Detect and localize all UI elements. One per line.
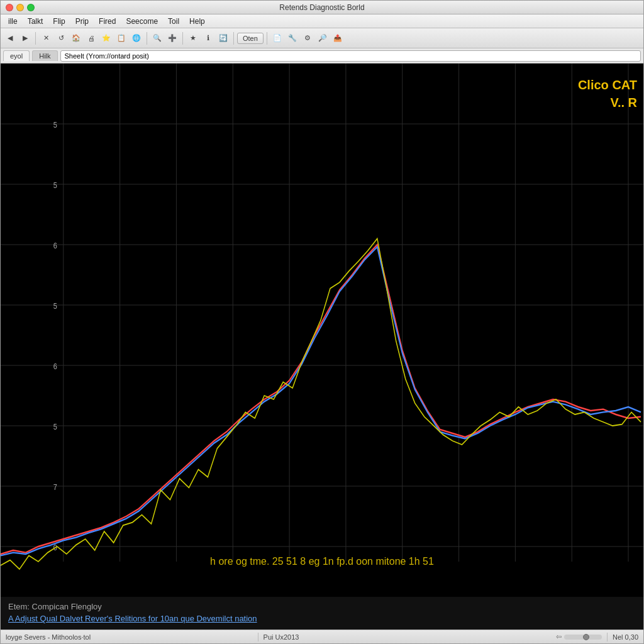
svg-text:6: 6 [53,362,57,371]
svg-text:5: 5 [53,180,57,190]
traffic-lights [6,4,35,11]
chart-label-line2: V.. R [578,94,637,111]
title-bar: Retends Diagnostic Borld [1,1,643,14]
svg-text:5: 5 [53,422,57,431]
address-tab-2[interactable]: Hilk [32,50,57,61]
chart-svg: 5 5 6 5 6 5 7 0 [1,64,643,630]
toolbar-separator-1 [35,32,36,45]
main-window: Retends Diagnostic Borld ille Talkt Flip… [0,0,644,644]
menu-toil[interactable]: Toil [163,16,184,27]
toolbar-btn-print[interactable]: 🖨 [84,31,98,45]
chart-label-line1: Clico CAT [578,76,637,94]
open-button[interactable]: Oten [237,33,264,44]
menu-ille[interactable]: ille [3,16,23,27]
chart-info-line1: Etem: Compican Flengloy [8,602,636,611]
toolbar-btn-star[interactable]: ★ [186,31,200,45]
toolbar-btn-network[interactable]: 🌐 [130,31,143,45]
chart-label-top-right: Clico CAT V.. R [578,76,637,111]
svg-text:6: 6 [53,241,57,250]
toolbar-btn-zoom-out[interactable]: 🔍 [150,31,164,45]
close-button[interactable] [6,4,13,11]
svg-text:7: 7 [53,482,57,492]
toolbar-btn-home[interactable]: 🏠 [69,31,83,45]
status-zoom-label: Nel 0,30 [613,633,638,641]
address-tab-1[interactable]: eyol [3,50,30,61]
chart-x-label: h ore og tme. 25 51 8 eg 1n fp.d oon mit… [1,553,643,570]
toolbar-btn-settings[interactable]: ⚙ [301,31,314,45]
toolbar-separator-3 [182,32,183,45]
chart-area: 5 5 6 5 6 5 7 0 Clico CAT V.. R h ore og… [1,64,643,630]
address-input[interactable] [60,50,641,62]
toolbar-btn-pdf[interactable]: 📄 [270,31,284,45]
chart-bottom-info: Etem: Compican Flengloy A Adjust Qual Da… [1,597,643,630]
maximize-button[interactable] [27,4,35,11]
toolbar-btn-history[interactable]: 📋 [114,31,128,45]
status-server-text: loyge Severs - Mithoolos·tol [6,633,91,641]
svg-text:5: 5 [53,301,57,311]
menu-seecome[interactable]: Seecome [121,16,163,27]
toolbar-btn-update[interactable]: 🔄 [216,31,230,45]
address-bar: eyol Hilk [1,48,643,64]
status-separator-2 [607,633,608,641]
status-zoom-area: ⇦ [556,633,602,641]
menu-fired[interactable]: Fired [94,16,121,27]
status-separator-1 [258,633,258,641]
toolbar-btn-refresh[interactable]: ↺ [54,31,68,45]
zoom-arrow-left[interactable]: ⇦ [556,633,562,641]
zoom-slider[interactable] [564,635,602,640]
chart-info-line2[interactable]: A Adjust Qual Dalvet Rever's Relitions f… [8,614,636,623]
svg-text:5: 5 [53,120,57,130]
toolbar-btn-bookmark[interactable]: ⭐ [99,31,113,45]
toolbar-btn-fwd[interactable]: ▶ [18,31,32,45]
menu-bar: ille Talkt Flip Prip Fired Seecome Toil … [1,14,643,28]
toolbar-btn-tools2[interactable]: 🔧 [286,31,299,45]
toolbar-btn-back[interactable]: ◀ [3,31,17,45]
menu-help[interactable]: Help [184,16,210,27]
toolbar-separator-5 [267,32,267,45]
status-middle-text: Pui Ux2013 [264,633,299,641]
menu-prip[interactable]: Prip [70,16,94,27]
toolbar-btn-zoom-in[interactable]: ➕ [165,31,179,45]
menu-talkt[interactable]: Talkt [23,16,48,27]
status-bar: loyge Severs - Mithoolos·tol Pui Ux2013 … [1,630,643,643]
zoom-slider-thumb [583,634,589,640]
status-left-text: loyge Severs - Mithoolos·tol [6,633,253,641]
window-title: Retends Diagnostic Borld [6,3,638,12]
toolbar-btn-info[interactable]: ℹ [201,31,215,45]
toolbar-btn-stop[interactable]: ✕ [39,31,53,45]
svg-rect-0 [1,64,643,630]
toolbar-separator-4 [233,32,234,45]
toolbar: ◀ ▶ ✕ ↺ 🏠 🖨 ⭐ 📋 🌐 🔍 ➕ ★ ℹ 🔄 Oten 📄 🔧 ⚙ 🔎… [1,28,643,48]
menu-flip[interactable]: Flip [48,16,70,27]
minimize-button[interactable] [16,4,24,11]
toolbar-btn-search2[interactable]: 🔎 [316,31,330,45]
toolbar-btn-share[interactable]: 📤 [331,31,345,45]
toolbar-separator-2 [147,32,147,45]
